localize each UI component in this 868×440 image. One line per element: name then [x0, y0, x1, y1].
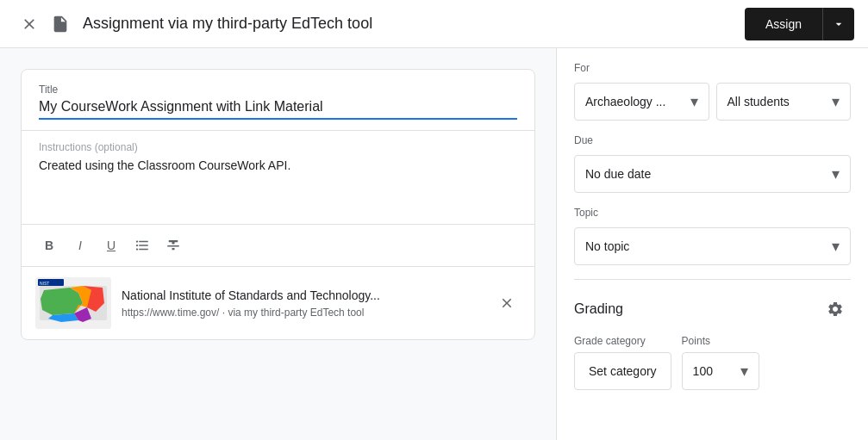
title-section: Title	[22, 70, 534, 130]
points-group: Points 100 ▾	[682, 335, 759, 390]
list-button[interactable]	[128, 232, 156, 259]
assign-dropdown-button[interactable]	[822, 8, 854, 40]
assign-group: Assign	[745, 8, 854, 40]
class-arrow-icon: ▾	[690, 92, 698, 111]
points-value: 100	[693, 364, 713, 378]
formatting-toolbar: B I U	[22, 224, 534, 266]
students-select[interactable]: All students ▾	[716, 83, 852, 121]
bold-button[interactable]: B	[35, 232, 63, 259]
class-value: Archaeology ...	[585, 95, 665, 108]
points-select[interactable]: 100 ▾	[682, 352, 759, 390]
due-value: No due date	[585, 167, 651, 181]
link-url-text: https://www.time.gov/	[122, 307, 219, 319]
topbar: Assignment via my third-party EdTech too…	[0, 0, 868, 48]
points-arrow-icon: ▾	[740, 362, 748, 381]
grading-row: Grade category Set category Points 100 ▾	[574, 335, 851, 390]
for-label: For	[574, 62, 851, 74]
instructions-text[interactable]: Created using the Classroom CourseWork A…	[39, 158, 517, 210]
title-underline	[39, 118, 517, 120]
grading-title: Grading	[574, 301, 623, 317]
assign-button[interactable]: Assign	[745, 8, 822, 40]
for-group: For Archaeology ... ▾ All students ▾	[574, 62, 851, 121]
class-students-row: Archaeology ... ▾ All students ▾	[574, 83, 851, 121]
topic-arrow-icon: ▾	[832, 237, 840, 256]
students-arrow-icon: ▾	[832, 92, 840, 111]
due-group: Due No due date ▾	[574, 134, 851, 193]
due-label: Due	[574, 134, 851, 146]
grading-header: Grading	[574, 294, 851, 325]
italic-button[interactable]: I	[66, 232, 94, 259]
right-panel: For Archaeology ... ▾ All students ▾ Due…	[556, 48, 868, 440]
link-title: National Institute of Standards and Tech…	[122, 288, 483, 303]
link-attachment: NIST National Institute of Standards and…	[22, 266, 534, 339]
left-panel: Title Instructions (optional) Created us…	[0, 48, 556, 440]
link-info: National Institute of Standards and Tech…	[122, 288, 483, 319]
grading-settings-button[interactable]	[820, 294, 851, 325]
set-category-button[interactable]: Set category	[574, 352, 671, 390]
class-select[interactable]: Archaeology ... ▾	[574, 83, 709, 121]
doc-icon-button[interactable]	[45, 9, 76, 40]
instructions-label: Instructions (optional)	[39, 141, 517, 153]
close-button[interactable]	[14, 9, 45, 40]
grade-category-group: Grade category Set category	[574, 335, 671, 390]
grade-category-label: Grade category	[574, 335, 671, 347]
topic-select[interactable]: No topic ▾	[574, 227, 851, 265]
topic-value: No topic	[585, 239, 629, 253]
instructions-section: Instructions (optional) Created using th…	[22, 131, 534, 224]
title-label: Title	[39, 84, 517, 96]
main-content: Title Instructions (optional) Created us…	[0, 48, 868, 440]
strikethrough-button[interactable]	[159, 232, 187, 259]
topic-group: Topic No topic ▾	[574, 207, 851, 265]
underline-button[interactable]: U	[97, 232, 125, 259]
points-label: Points	[682, 335, 759, 347]
grading-divider	[574, 279, 851, 280]
due-select[interactable]: No due date ▾	[574, 155, 851, 193]
assignment-card: Title Instructions (optional) Created us…	[21, 69, 535, 340]
due-arrow-icon: ▾	[832, 164, 840, 183]
remove-link-button[interactable]	[493, 289, 521, 317]
link-thumbnail: NIST	[35, 277, 111, 329]
svg-text:NIST: NIST	[40, 281, 49, 286]
link-via-text: · via my third-party EdTech tool	[222, 307, 365, 319]
topic-label: Topic	[574, 207, 851, 219]
page-title: Assignment via my third-party EdTech too…	[83, 15, 745, 33]
title-input[interactable]	[39, 99, 517, 115]
link-url: https://www.time.gov/ · via my third-par…	[122, 307, 483, 319]
students-value: All students	[727, 95, 790, 108]
